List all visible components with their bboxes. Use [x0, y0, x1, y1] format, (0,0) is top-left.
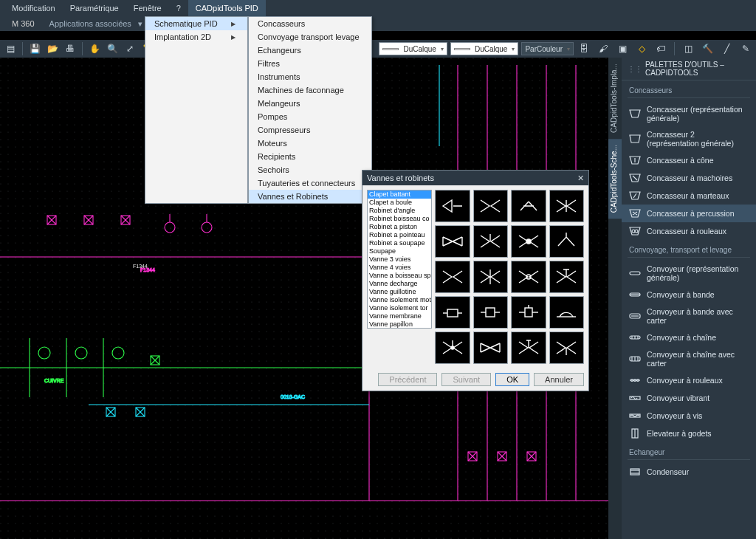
palette-entry[interactable]: Convoyeur à chaîne avec carter [622, 346, 756, 371]
palette-entry[interactable]: Convoyeur vibrant [622, 389, 756, 407]
close-icon[interactable]: ✕ [577, 174, 584, 183]
tool-print-icon[interactable]: 🖶 [63, 41, 78, 56]
list-item[interactable]: Vanne a boisseau sp [368, 272, 431, 280]
tool-brush-icon[interactable]: 🖌 [596, 41, 611, 56]
next-button[interactable]: Suivant [441, 373, 491, 386]
valve-icon-cell[interactable] [549, 296, 585, 329]
valve-icon-cell[interactable] [435, 332, 470, 364]
menu-recipients[interactable]: Recipients [249, 150, 371, 163]
tool-pipe-icon[interactable]: ╱ [719, 41, 734, 56]
menu-convoyage[interactable]: Convoyage transport levage [249, 30, 371, 44]
tool-tag-icon[interactable]: 🏷 [653, 41, 668, 56]
palette-entry[interactable]: Concasseur (représentation générale) [622, 101, 756, 126]
list-item[interactable]: Vanne membrane [368, 312, 431, 320]
palette-entry[interactable]: Convoyeur à chaîne [622, 329, 756, 346]
valve-icon-cell[interactable] [435, 296, 470, 329]
valve-icon-cell[interactable] [473, 225, 509, 258]
menu-sechoirs[interactable]: Sechoirs [249, 163, 371, 176]
prev-button[interactable]: Précédent [378, 373, 437, 386]
menu-modification[interactable]: Modification [4, 0, 63, 16]
list-item[interactable]: Vanne decharge [368, 280, 431, 288]
tool-layer-icon[interactable]: ◇ [634, 41, 649, 56]
palette-entry[interactable]: Concasseur à rouleaux [622, 222, 756, 240]
valve-icon-cell[interactable] [549, 225, 585, 258]
palette-entry[interactable]: Concasseur à cône [622, 151, 756, 169]
valve-icon-cell[interactable] [435, 225, 470, 258]
valve-icon-cell[interactable] [435, 261, 470, 293]
palette-entry[interactable]: Convoyeur à vis [622, 407, 756, 425]
valve-icon-cell[interactable] [511, 261, 546, 293]
cancel-button[interactable]: Annuler [534, 373, 584, 386]
menu-machines-faconnage[interactable]: Machines de faconnage [249, 83, 371, 97]
tool-extents-icon[interactable]: ⤢ [123, 41, 137, 56]
menu-echangeurs[interactable]: Echangeurs [249, 44, 371, 57]
menu-parametrique[interactable]: Paramétrique [63, 0, 126, 16]
menu-implantation-2d[interactable]: Implantation 2D▶ [145, 30, 247, 44]
menu-compresseurs[interactable]: Compresseurs [249, 123, 371, 137]
tool-modify-icon[interactable]: ✎ [738, 41, 753, 56]
list-item[interactable]: Clapet a boule [368, 199, 431, 207]
combo-color[interactable]: ParCouleur ▾ [521, 42, 574, 55]
vtab-implantation[interactable]: CADpidTools-Impla... [608, 58, 622, 139]
list-item[interactable]: Soupape [368, 247, 431, 255]
palette-entry[interactable]: Elevateur à godets [622, 425, 756, 442]
palette-entry[interactable]: Condenseur [622, 463, 756, 481]
tool-db-icon[interactable]: 🗄 [577, 41, 591, 56]
list-item[interactable]: Robinet a pointeau [368, 231, 431, 239]
palette-entry[interactable]: Concasseur à marteaux [622, 187, 756, 205]
palette-entry[interactable]: Concasseur à percussion [622, 205, 756, 222]
secondbar-left[interactable]: M 360 [4, 19, 42, 28]
tool-save-icon[interactable]: 💾 [27, 41, 42, 56]
tool-hammer-icon[interactable]: 🔨 [700, 41, 715, 56]
list-item[interactable]: Robinet a piston [368, 223, 431, 231]
menu-vannes-robinets[interactable]: Vannes et Robinets [249, 190, 371, 203]
palette-entry[interactable]: Convoyeur à bande [622, 286, 756, 303]
valve-icon-cell[interactable] [473, 261, 509, 293]
ok-button[interactable]: OK [495, 373, 529, 386]
palette-entry[interactable]: Convoyeur à bande avec carter [622, 303, 756, 329]
palette-entry[interactable]: Concasseur 2 (représentation générale) [622, 126, 756, 151]
combo-linetype-2[interactable]: DuCalque ▾ [450, 42, 518, 55]
list-item[interactable]: Robinet d'angle [368, 207, 431, 215]
list-item[interactable]: Robinet boisseau co [368, 215, 431, 223]
menu-moteurs[interactable]: Moteurs [249, 137, 371, 150]
menu-instruments[interactable]: Instruments [249, 70, 371, 83]
vtab-schematique[interactable]: CADpidTools-Sche... [608, 139, 622, 219]
valve-icon-cell[interactable] [511, 225, 546, 258]
combo-linetype-1[interactable]: DuCalque ▾ [379, 42, 447, 55]
valve-icon-cell[interactable] [435, 190, 470, 222]
valve-icon-cell[interactable] [549, 190, 585, 222]
list-item[interactable]: Vanne 4 voies [368, 264, 431, 272]
valve-icon-cell[interactable] [511, 190, 546, 222]
menu-fenetre[interactable]: Fenêtre [126, 0, 169, 16]
tool-new-icon[interactable]: ▤ [3, 41, 18, 56]
menu-tuyauteries[interactable]: Tuyauteries et connecteurs [249, 176, 371, 190]
menu-pompes[interactable]: Pompes [249, 110, 371, 123]
valve-icon-cell[interactable] [511, 296, 546, 329]
tool-open-icon[interactable]: 📂 [45, 41, 60, 56]
list-item[interactable]: Vanne 3 voies [368, 255, 431, 264]
menu-schematique-pid[interactable]: Schematique PID▶ [145, 17, 247, 30]
menu-melangeurs[interactable]: Melangeurs [249, 97, 371, 110]
tool-group-icon[interactable]: ▣ [615, 41, 630, 56]
valve-icon-cell[interactable] [473, 296, 509, 329]
valve-icon-cell[interactable] [549, 332, 585, 364]
list-item[interactable]: Vanne papillon [368, 320, 431, 329]
menu-help[interactable]: ? [169, 0, 188, 16]
valve-icon-cell[interactable] [473, 332, 509, 364]
list-item[interactable]: Vanne isolement mot [368, 296, 431, 304]
menu-concasseurs[interactable]: Concasseurs [249, 17, 371, 30]
list-item[interactable]: Vanne guillotine [368, 288, 431, 296]
valve-icon-cell[interactable] [549, 261, 585, 293]
palette-entry[interactable]: Convoyeur (représentation générale) [622, 261, 756, 286]
valve-icon-cell[interactable] [511, 332, 546, 364]
menu-filtres[interactable]: Filtres [249, 57, 371, 70]
list-item[interactable]: Vanne isolement tor [368, 304, 431, 312]
tool-zoom-icon[interactable]: 🔍 [105, 41, 120, 56]
list-item[interactable]: Clapet battant [368, 190, 431, 199]
palette-entry[interactable]: Concasseur à machoires [622, 169, 756, 187]
valve-icon-cell[interactable] [473, 190, 509, 222]
secondbar-sub[interactable]: Applications associées ▾ [42, 19, 150, 29]
tool-cube-icon[interactable]: ◫ [681, 41, 695, 56]
list-item[interactable]: Robinet a soupape [368, 239, 431, 247]
